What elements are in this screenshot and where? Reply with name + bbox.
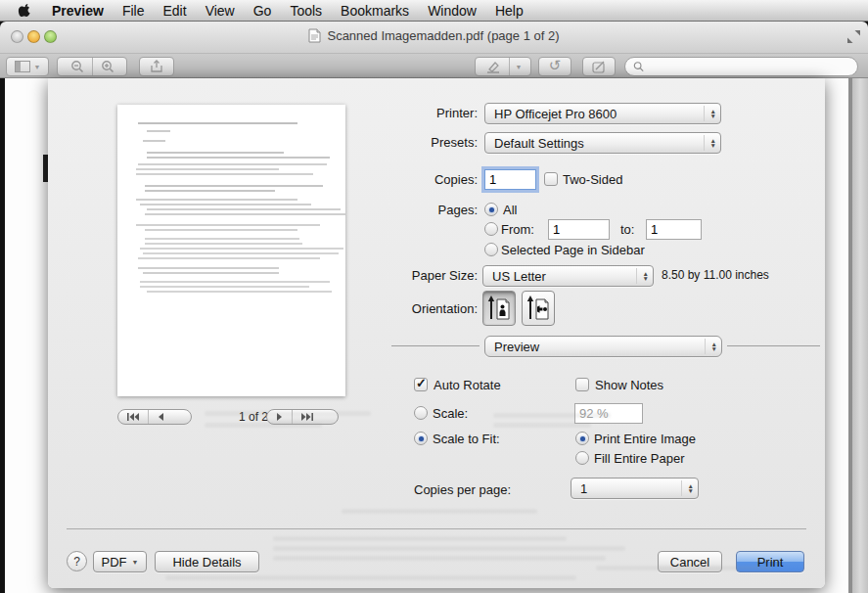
print-preview-thumbnail — [117, 105, 345, 396]
thumbnail-text-line — [147, 157, 329, 159]
vertical-scrollbar[interactable] — [852, 78, 868, 593]
markup-tools-button[interactable]: ▼ — [475, 57, 531, 76]
pdf-button-label: PDF — [102, 555, 127, 570]
popup-arrows-icon: ▲▼ — [681, 480, 694, 496]
show-through-text — [493, 413, 611, 418]
thumbnail-text-line — [138, 267, 279, 269]
markup-dropdown-arrow: ▼ — [510, 58, 528, 75]
first-page-button[interactable] — [118, 410, 148, 424]
presets-popup[interactable]: Default Settings ▲▼ — [484, 132, 721, 154]
selected-page-radio[interactable] — [484, 243, 498, 256]
share-button[interactable] — [139, 57, 174, 76]
scale-to-fit-radio[interactable] — [414, 432, 428, 445]
show-through-text — [165, 575, 576, 580]
menu-item-bookmarks[interactable]: Bookmarks — [341, 3, 409, 19]
screen: Preview File Edit View Go Tools Bookmark… — [0, 0, 868, 593]
app-options-popup[interactable]: Preview ▲▼ — [484, 336, 722, 357]
two-sided-checkbox[interactable] — [544, 172, 558, 186]
orientation-landscape-button[interactable] — [522, 291, 555, 326]
apple-menu-icon[interactable] — [18, 3, 31, 19]
window-title-bar: Scanned Imagemadden.pdf (page 1 of 2) — [0, 22, 868, 54]
show-through-text — [273, 546, 625, 551]
printer-value: HP Officejet Pro 8600 — [494, 107, 704, 121]
print-entire-image-radio[interactable] — [575, 432, 589, 445]
thumbnail-text-line — [143, 272, 280, 274]
search-field[interactable] — [624, 57, 858, 76]
copies-label: Copies: — [434, 172, 478, 187]
pages-all-radio[interactable] — [484, 203, 498, 216]
menu-item-window[interactable]: Window — [428, 3, 477, 19]
show-notes-checkbox[interactable] — [575, 378, 589, 391]
sidebar-toggle-button[interactable]: ▼ — [6, 57, 49, 76]
rotate-button[interactable]: ↺ — [538, 57, 571, 76]
copies-per-page-label: Copies per page: — [414, 482, 511, 497]
menu-item-help[interactable]: Help — [495, 3, 524, 19]
show-through-text — [205, 411, 371, 416]
auto-rotate-checkbox[interactable] — [414, 378, 428, 391]
pages-from-radio[interactable] — [484, 222, 498, 236]
thumbnail-text-line — [143, 252, 339, 254]
first-page-icon — [127, 413, 139, 421]
previous-page-icon — [158, 413, 164, 421]
edit-button[interactable] — [582, 57, 616, 76]
menu-item-view[interactable]: View — [206, 3, 235, 19]
menu-bar: Preview File Edit View Go Tools Bookmark… — [0, 0, 868, 22]
zoom-out-button[interactable] — [63, 58, 92, 75]
menu-item-edit[interactable]: Edit — [163, 3, 187, 19]
thumbnail-text-line — [147, 152, 284, 154]
thumbnail-text-line — [145, 185, 323, 187]
popup-arrows-icon: ▲▼ — [704, 106, 716, 121]
menu-item-go[interactable]: Go — [253, 3, 272, 19]
pdf-caret-icon: ▼ — [132, 559, 139, 566]
hide-details-button[interactable]: Hide Details — [155, 551, 259, 572]
sidebar-icon — [15, 61, 30, 72]
selected-page-label: Selected Page in Sidebar — [501, 243, 645, 257]
popup-arrows-icon: ▲▼ — [636, 268, 649, 284]
app-options-value: Preview — [494, 340, 705, 354]
share-icon — [150, 60, 164, 73]
window-title: Scanned Imagemadden.pdf (page 1 of 2) — [327, 28, 559, 43]
paper-size-label: Paper Size: — [412, 268, 478, 283]
scale-radio[interactable] — [414, 406, 428, 420]
from-page-input[interactable] — [548, 219, 610, 240]
zoom-in-button[interactable] — [93, 58, 122, 75]
printer-label: Printer: — [436, 106, 478, 120]
search-input[interactable] — [649, 59, 849, 74]
zoom-out-icon — [70, 60, 84, 73]
auto-rotate-label: Auto Rotate — [434, 378, 501, 392]
thumbnail-text-line — [145, 213, 345, 215]
show-through-text — [205, 423, 322, 428]
printer-popup[interactable]: HP Officejet Pro 8600 ▲▼ — [484, 103, 721, 124]
copies-per-page-popup[interactable]: 1 ▲▼ — [571, 478, 699, 499]
two-sided-label: Two-Sided — [563, 172, 622, 187]
zoom-in-icon — [101, 60, 114, 73]
search-icon — [633, 61, 644, 72]
thumbnail-text-line — [138, 122, 297, 124]
presets-label: Presets: — [431, 135, 478, 150]
fill-entire-paper-radio[interactable] — [575, 451, 589, 465]
menu-item-tools[interactable]: Tools — [290, 3, 322, 19]
menu-item-preview[interactable]: Preview — [52, 3, 104, 19]
thumbnail-text-line — [136, 173, 314, 175]
to-label: to: — [620, 222, 634, 237]
thumbnail-text-line — [140, 248, 343, 250]
show-through-text — [493, 423, 591, 428]
document-icon — [308, 28, 321, 43]
copies-input[interactable] — [484, 169, 536, 190]
pdf-menu-button[interactable]: PDF ▼ — [93, 551, 147, 572]
previous-page-button[interactable] — [149, 410, 173, 424]
paper-size-popup[interactable]: US Letter ▲▼ — [482, 265, 654, 287]
to-page-input[interactable] — [646, 219, 702, 240]
pages-all-label: All — [503, 203, 517, 217]
thumbnail-text-line — [138, 163, 327, 165]
fullscreen-icon[interactable] — [846, 29, 861, 44]
thumbnail-text-line — [145, 243, 302, 245]
rotate-icon: ↺ — [549, 57, 562, 74]
from-label: From: — [501, 222, 534, 237]
thumbnail-text-line — [145, 238, 299, 240]
thumbnail-text-line — [136, 199, 297, 201]
help-button[interactable]: ? — [67, 551, 87, 571]
orientation-portrait-button[interactable] — [482, 291, 516, 326]
pencil-icon — [592, 61, 606, 73]
menu-item-file[interactable]: File — [122, 3, 145, 19]
